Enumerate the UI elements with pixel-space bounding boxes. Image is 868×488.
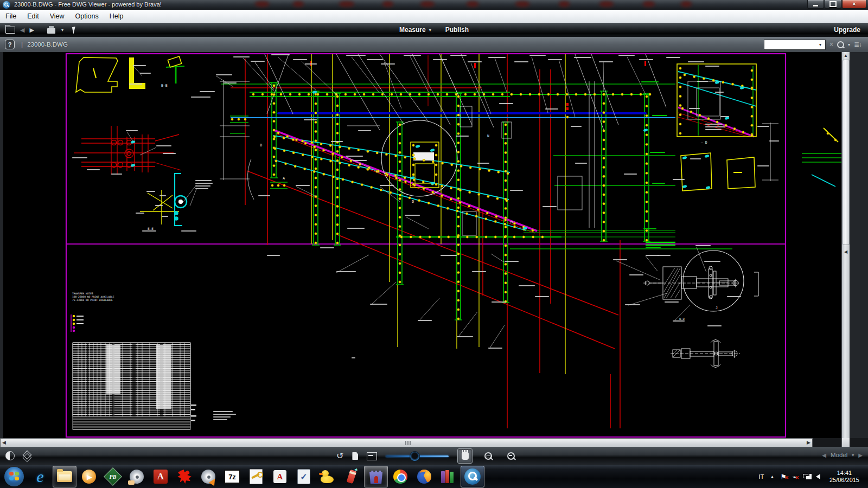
acrobat-reader-icon: A (273, 470, 286, 483)
action-center-flag-icon[interactable]: ⚑✕ (780, 473, 787, 480)
start-button[interactable] (4, 467, 24, 486)
measure-dropdown-icon[interactable]: ▾ (429, 28, 431, 33)
horizontal-scrollbar-row: ◀ ▶ (0, 438, 868, 447)
firefox-icon (417, 470, 431, 484)
svg-text:TRANSFER NOTES: TRANSFER NOTES (72, 292, 93, 295)
media-player-icon: ▶ (82, 470, 96, 484)
pan-tool-button[interactable] (457, 448, 473, 464)
vertical-scrollbar[interactable]: ▲ ◀ (841, 52, 850, 438)
open-file-icon[interactable] (5, 27, 15, 34)
taskbar-media-player[interactable]: ▶ (78, 466, 100, 487)
layers-icon[interactable] (22, 452, 32, 460)
results-list-icon[interactable]: ≣↓ (854, 41, 861, 48)
wallpaper-blob (681, 1, 692, 7)
zoom-window-button[interactable] (481, 449, 495, 463)
ie-icon: e (36, 468, 43, 485)
horizontal-scroll-grip[interactable] (405, 441, 411, 445)
zoom-window-icon (484, 452, 492, 460)
model-dropdown-icon[interactable]: ▾ (852, 453, 854, 458)
dwg-viewer-window: 23000-B.DWG - Free DWG Viewer - powered … (0, 0, 868, 465)
find-dropdown-icon[interactable]: ▾ (848, 42, 850, 47)
viewer-statusbar: ↺ ◀ Model ▾ ▶ (0, 447, 868, 465)
taskbar-eraser-tool[interactable] (340, 466, 363, 487)
search-box[interactable]: ▾ (764, 40, 826, 50)
document-tab-label: 23000-B.DWG (27, 41, 68, 48)
taskbar-acrobat-reader[interactable]: A (269, 466, 291, 487)
clear-search-icon[interactable]: × (829, 41, 833, 48)
taskbar-windows-explorer[interactable] (53, 466, 76, 487)
show-hidden-icons-icon[interactable]: ▲ (770, 474, 775, 479)
select-cursor-icon[interactable] (72, 25, 79, 34)
svg-text:B: B (260, 143, 262, 147)
menu-item-options[interactable]: Options (70, 10, 104, 23)
measure-button[interactable]: Measure▾ (399, 26, 431, 34)
close-button[interactable]: × (842, 0, 866, 9)
zoom-out-button[interactable] (504, 449, 518, 463)
taskbar-acrobat[interactable]: A (149, 466, 172, 487)
svg-text:— D: — D (701, 140, 707, 145)
search-input[interactable] (764, 41, 816, 49)
taskbar-nero[interactable] (125, 466, 148, 487)
taskbar-nero-burning[interactable] (197, 466, 220, 487)
acrobat-icon: A (154, 470, 168, 484)
vertical-scroll-thumb[interactable] (843, 60, 850, 245)
powerbuilder-icon: PB (104, 467, 122, 486)
forward-icon[interactable]: ▶ (29, 27, 34, 34)
model-prev-icon[interactable]: ◀ (822, 452, 826, 458)
upgrade-button[interactable]: Upgrade (834, 26, 860, 34)
taskbar-document-checker[interactable]: ✓ (292, 466, 315, 487)
menu-item-view[interactable]: View (44, 10, 70, 23)
scroll-up-icon[interactable]: ▲ (842, 52, 850, 59)
taskbar-winrar[interactable] (437, 466, 459, 487)
minimize-button[interactable] (807, 0, 824, 9)
drawing-canvas[interactable]: B—BE—E— DBADNMJO—OTRANSFER NOTES100-2300… (0, 52, 868, 438)
taskbar-cyberduck[interactable] (316, 466, 339, 487)
titlebar[interactable]: 23000-B.DWG - Free DWG Viewer - powered … (0, 0, 868, 10)
taskbar-clock[interactable]: 14:41 25/06/2015 (826, 470, 863, 484)
help-icon[interactable]: ? (5, 40, 15, 49)
menu-item-file[interactable]: File (0, 10, 22, 23)
fit-page-icon[interactable] (352, 452, 358, 460)
search-dropdown-icon[interactable]: ▾ (816, 42, 824, 47)
scroll-left-icon[interactable]: ◀ (2, 440, 6, 445)
publish-button[interactable]: Publish (445, 26, 469, 34)
zoom-slider-handle[interactable] (410, 451, 420, 461)
window-title: 23000-B.DWG - Free DWG Viewer - powered … (14, 1, 162, 8)
power-alert-icon[interactable]: ⌁✕ (793, 473, 797, 480)
svg-text:100-23000 NO PRINT AVAILABLE: 100-23000 NO PRINT AVAILABLE (72, 296, 114, 298)
wallpaper-blob (255, 1, 269, 7)
scroll-marker-icon[interactable]: ◀ (842, 248, 850, 255)
taskbar-paint-app[interactable] (173, 466, 196, 487)
taskbar-powerbuilder[interactable]: PB (101, 466, 124, 487)
disc-icon (130, 470, 144, 484)
zoom-slider[interactable] (386, 450, 449, 462)
volume-icon[interactable] (816, 474, 820, 479)
svg-text:J: J (716, 306, 718, 310)
language-indicator[interactable]: IT (758, 473, 764, 480)
contrast-icon[interactable] (5, 451, 15, 460)
model-next-icon[interactable]: ▶ (858, 452, 863, 458)
taskbar-castle-app[interactable] (364, 466, 388, 487)
taskbar-7zip[interactable]: 7z (221, 466, 244, 487)
menu-item-edit[interactable]: Edit (22, 10, 44, 23)
taskbar-chrome[interactable] (389, 466, 412, 487)
document-tabbar: ? | 23000-B.DWG ▾ × ▾ ≣↓ (0, 37, 868, 53)
eraser-icon (347, 470, 357, 484)
back-icon[interactable]: ◀ (20, 27, 24, 34)
menu-item-help[interactable]: Help (104, 10, 129, 23)
taskbar-brava-viewer-active[interactable] (461, 466, 484, 487)
print-icon[interactable] (47, 28, 55, 34)
fit-width-icon[interactable] (367, 452, 377, 460)
rotate-icon[interactable]: ↺ (336, 452, 343, 460)
brava-magnifier-icon (464, 468, 481, 485)
maximize-button[interactable] (825, 0, 841, 9)
taskbar-pdf-key-tool[interactable] (245, 466, 267, 487)
zoom-out-icon (507, 452, 515, 460)
svg-text:O—O: O—O (679, 317, 685, 320)
taskbar-internet-explorer[interactable]: e (29, 466, 52, 487)
key-document-icon (250, 469, 263, 484)
print-dropdown-icon[interactable]: ▾ (61, 28, 63, 33)
taskbar-firefox[interactable] (413, 466, 436, 487)
scroll-right-icon[interactable]: ▶ (807, 440, 810, 445)
find-icon[interactable] (837, 41, 844, 48)
